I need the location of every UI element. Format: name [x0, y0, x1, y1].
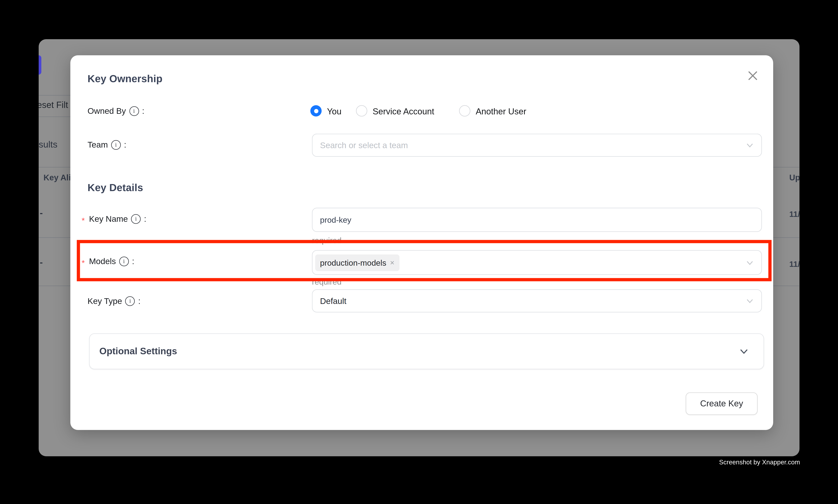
info-icon[interactable]: i: [131, 214, 141, 224]
create-key-button[interactable]: Create Key: [686, 392, 758, 415]
results-count-fragment: sults: [39, 140, 57, 150]
team-select[interactable]: Search or select a team: [312, 134, 762, 157]
section-title-key-details: Key Details: [88, 182, 143, 194]
colon: :: [124, 140, 126, 150]
radio-another-user[interactable]: [459, 105, 470, 116]
radio-another-user-label[interactable]: Another User: [476, 107, 527, 116]
colon: :: [138, 296, 141, 306]
radio-dot: [314, 109, 318, 113]
watermark-text: Screenshot by Xnapper.com: [719, 458, 800, 466]
team-label: Team i :: [88, 140, 126, 150]
radio-service-account[interactable]: [356, 105, 367, 116]
screenshot-stage: eset Filt sults Key Alia Up - 11/ - 11/ …: [0, 0, 838, 504]
info-icon[interactable]: i: [129, 106, 139, 116]
key-type-label-text: Key Type: [88, 296, 122, 306]
table-header-updated: Up: [789, 173, 800, 182]
key-name-input[interactable]: [320, 215, 754, 224]
table-row2-alias-dash: -: [40, 257, 43, 268]
info-icon[interactable]: i: [111, 140, 121, 150]
key-type-select[interactable]: Default: [312, 289, 762, 312]
optional-settings-title: Optional Settings: [100, 346, 177, 357]
radio-you[interactable]: [310, 105, 322, 116]
optional-settings-toggle[interactable]: Optional Settings: [89, 334, 764, 369]
owned-by-label: Owned By i :: [88, 106, 144, 116]
chevron-down-icon: [746, 258, 754, 267]
info-icon[interactable]: i: [125, 296, 135, 306]
required-asterisk: *: [82, 258, 85, 267]
owned-by-label-text: Owned By: [88, 106, 126, 116]
key-name-input-wrap: [312, 208, 762, 232]
radio-service-account-label[interactable]: Service Account: [373, 107, 434, 116]
radio-you-label[interactable]: You: [327, 107, 341, 116]
create-key-modal: Key Ownership Owned By i : You Service A…: [70, 55, 773, 430]
models-label: * Models i :: [82, 257, 134, 267]
key-type-value: Default: [320, 296, 346, 306]
colon: :: [142, 106, 144, 116]
chevron-down-icon: [746, 141, 754, 149]
models-tag[interactable]: production-models ×: [315, 254, 399, 271]
colon: :: [144, 214, 146, 224]
team-label-text: Team: [88, 140, 108, 150]
reset-filters-button-fragment[interactable]: eset Filt: [39, 100, 68, 110]
key-name-label-text: Key Name: [89, 214, 128, 224]
close-icon[interactable]: [747, 70, 759, 82]
tag-remove-icon[interactable]: ×: [390, 259, 395, 267]
chevron-down-icon: [746, 297, 754, 305]
section-title-key-ownership: Key Ownership: [88, 73, 162, 85]
key-name-required-hint: required: [312, 236, 341, 245]
colon: :: [132, 257, 134, 267]
required-asterisk: *: [82, 216, 85, 225]
table-row1-alias-dash: -: [40, 208, 43, 218]
models-label-text: Models: [89, 257, 116, 267]
models-required-hint: required: [312, 277, 341, 286]
team-select-placeholder: Search or select a team: [320, 140, 408, 150]
key-type-label: Key Type i :: [88, 296, 140, 306]
models-select[interactable]: production-models ×: [312, 250, 762, 275]
create-key-button-fragment[interactable]: [39, 55, 41, 75]
table-row2-date-fragment: 11/: [789, 259, 800, 268]
info-icon[interactable]: i: [119, 257, 129, 267]
key-name-label: * Key Name i :: [82, 214, 146, 224]
models-tag-text: production-models: [320, 258, 386, 267]
chevron-down-icon[interactable]: [739, 347, 749, 356]
table-row1-date-fragment: 11/: [789, 210, 800, 219]
